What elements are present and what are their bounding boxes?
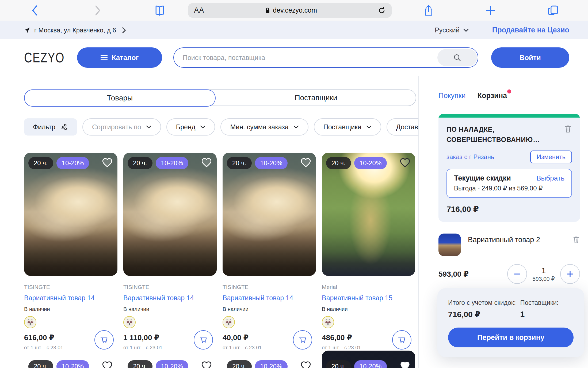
tabs-overview-icon[interactable] <box>547 5 559 16</box>
language-selector[interactable]: Русский <box>435 26 469 34</box>
product-title-link[interactable]: Вариативный товар 14 <box>223 294 316 302</box>
delete-order-icon[interactable] <box>564 125 572 134</box>
decrease-quantity-button[interactable] <box>507 264 527 284</box>
product-image[interactable]: 20 ч.10-20% <box>123 153 217 276</box>
hamburger-icon <box>101 55 108 60</box>
delete-item-icon[interactable] <box>572 236 580 245</box>
supplier-avatar[interactable] <box>24 316 36 328</box>
site-topbar: г Москва, ул Кравченко, д 6 Русский Прод… <box>0 21 588 39</box>
product-brand: TISINGTE <box>223 284 316 290</box>
product-title-link[interactable]: Вариативный товар 14 <box>24 294 117 302</box>
product-image[interactable]: 20 ч.10-20% <box>123 356 217 368</box>
discount-badge: 10-20% <box>56 157 89 169</box>
logo[interactable]: CEZYO <box>24 50 56 66</box>
product-card: 20 ч.10-20% Merial Вариативный товар 15 … <box>322 153 415 351</box>
delivery-time-badge: 20 ч. <box>227 157 252 169</box>
text-size-button[interactable]: AA <box>194 6 204 14</box>
sell-on-cezyo-link[interactable]: Продавайте на Цезио <box>492 26 569 34</box>
cart-icon <box>298 335 307 345</box>
supplier-order-total: 716,00 ₽ <box>446 204 572 214</box>
cart-item-title[interactable]: Вариативный товар 2 <box>468 236 567 244</box>
sort-dropdown[interactable]: Сортировать по <box>82 118 161 136</box>
search-button[interactable] <box>437 49 477 66</box>
summary-total-value: 716,00 ₽ <box>448 310 520 319</box>
location-selector[interactable]: г Москва, ул Кравченко, д 6 <box>24 27 126 34</box>
suppliers-dropdown[interactable]: Поставщики <box>314 118 381 136</box>
supplier-avatar[interactable] <box>123 316 136 328</box>
bookmarks-icon[interactable] <box>154 4 166 17</box>
product-brand: Merial <box>322 284 415 290</box>
product-title-link[interactable]: Вариативный товар 14 <box>123 294 217 302</box>
favorite-heart-icon[interactable] <box>300 360 312 368</box>
address-bar[interactable]: AA dev.cezyo.com <box>188 3 392 18</box>
product-image[interactable]: 20 ч.10-20% <box>223 356 316 368</box>
chevron-down-icon <box>146 125 151 129</box>
discounts-title: Текущие скидки <box>454 174 511 182</box>
brand-dropdown[interactable]: Бренд <box>166 118 215 136</box>
summary-suppliers-value: 1 <box>520 310 574 319</box>
reload-icon[interactable] <box>378 6 386 14</box>
tab-purchases[interactable]: Покупки <box>438 92 466 100</box>
favorite-heart-icon[interactable] <box>300 157 312 169</box>
language-label: Русский <box>435 26 460 34</box>
cart-item-price: 593,00 ₽ <box>438 270 469 279</box>
min-order-dropdown[interactable]: Мин. сумма заказа <box>220 118 308 136</box>
product-brand: TISINGTE <box>123 284 217 290</box>
add-to-cart-button[interactable] <box>94 330 114 350</box>
product-image[interactable]: 20 ч.10-20% <box>322 351 415 368</box>
delivery-dropdown[interactable]: Доставка <box>387 118 419 136</box>
choose-discount-link[interactable]: Выбрать <box>536 174 564 182</box>
product-brand: TISINGTE <box>24 284 117 290</box>
delivery-time-badge: 20 ч. <box>128 157 152 169</box>
tab-products[interactable]: Товары <box>24 89 216 107</box>
change-button[interactable]: Изменить <box>530 151 572 163</box>
supplier-avatar[interactable] <box>223 316 235 328</box>
search-input[interactable] <box>175 54 437 62</box>
add-to-cart-button[interactable] <box>194 330 213 350</box>
navigation-arrow-icon <box>24 27 30 34</box>
sliders-icon <box>60 123 68 131</box>
favorite-heart-icon[interactable] <box>201 360 212 368</box>
product-card: 20 ч.10-20% TISINGTE Вариативный товар 1… <box>123 153 217 351</box>
favorite-heart-icon[interactable] <box>399 157 411 169</box>
cart-sidebar: Покупки Корзина ПО НАЛАДКЕ, СОВЕРШЕНСТВО… <box>419 76 588 368</box>
product-image[interactable]: 20 ч.10-20% <box>24 153 117 276</box>
supplier-avatar[interactable] <box>322 316 334 328</box>
tab-cart[interactable]: Корзина <box>478 92 507 100</box>
supplier-order-card: ПО НАЛАДКЕ, СОВЕРШЕНСТВОВАНИЮ… заказ с г… <box>438 114 580 222</box>
tab-suppliers[interactable]: Поставщики <box>216 90 416 106</box>
filter-button[interactable]: Фильтр <box>24 118 77 136</box>
chevron-right-icon <box>121 27 126 33</box>
cart-item-image[interactable] <box>438 234 461 256</box>
discount-badge: 10-20% <box>255 360 288 368</box>
availability-label: В наличии <box>322 306 415 312</box>
summary-suppliers-label: Поставщики: <box>520 299 574 306</box>
product-image[interactable]: 20 ч.10-20% <box>24 356 117 368</box>
share-icon[interactable] <box>423 4 434 17</box>
chevron-down-icon <box>366 125 372 129</box>
supplier-card-accent <box>438 114 580 118</box>
favorite-heart-icon[interactable] <box>101 360 113 368</box>
increase-quantity-button[interactable] <box>560 264 580 284</box>
discount-badge: 10-20% <box>156 157 189 169</box>
favorite-heart-icon[interactable] <box>201 157 212 169</box>
go-to-cart-button[interactable]: Перейти в корзину <box>448 328 574 347</box>
cart-notification-dot <box>507 89 511 93</box>
new-tab-icon[interactable] <box>485 5 496 16</box>
product-image[interactable]: 20 ч.10-20% <box>322 153 415 276</box>
login-button[interactable]: Войти <box>491 47 569 68</box>
back-icon[interactable] <box>29 4 41 17</box>
availability-label: В наличии <box>24 306 117 312</box>
favorite-heart-icon[interactable] <box>399 360 411 368</box>
delivery-time-badge: 20 ч. <box>326 360 351 368</box>
favorite-heart-icon[interactable] <box>101 157 113 169</box>
catalog-button[interactable]: Каталог <box>77 47 162 68</box>
forward-icon[interactable] <box>91 4 103 17</box>
delivery-time-badge: 20 ч. <box>227 360 252 368</box>
current-discounts-card: Текущие скидки Выбрать Выгода - 249,00 ₽… <box>446 169 572 198</box>
add-to-cart-button[interactable] <box>392 330 411 350</box>
product-image[interactable]: 20 ч.10-20% <box>223 153 316 276</box>
product-title-link[interactable]: Вариативный товар 15 <box>322 294 415 302</box>
add-to-cart-button[interactable] <box>293 330 312 350</box>
quantity-value: 1 <box>531 266 556 275</box>
